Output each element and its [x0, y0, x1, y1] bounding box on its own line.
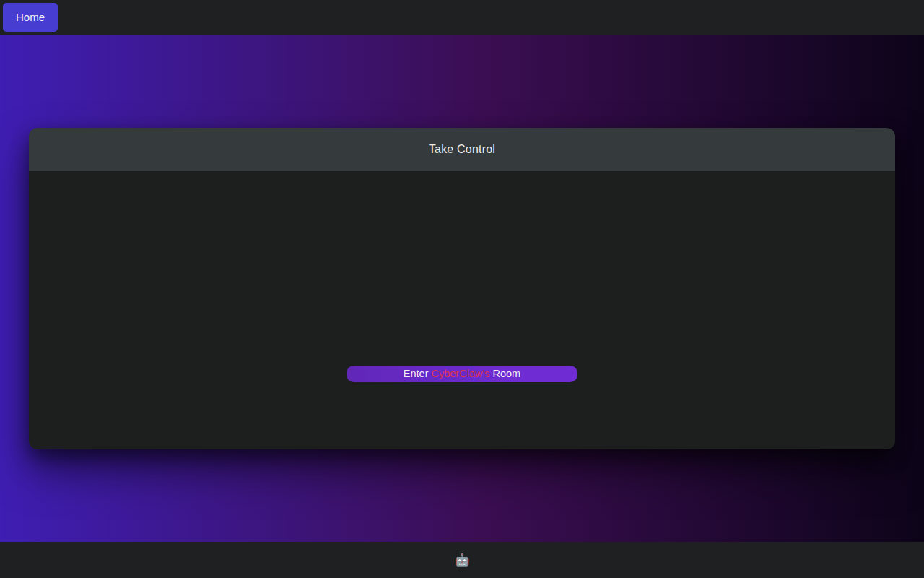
enter-room-text-highlight: CyberClaw's: [432, 368, 490, 379]
enter-room-text-prefix: Enter: [404, 368, 429, 379]
card-title: Take Control: [429, 143, 495, 156]
top-navbar: Home: [0, 0, 924, 35]
enter-room-text-suffix: Room: [492, 368, 520, 379]
robot-icon: 🤖: [454, 554, 469, 566]
home-button[interactable]: Home: [3, 3, 58, 32]
card-body: Enter CyberClaw's Room: [29, 171, 895, 449]
gradient-background: Take Control Enter CyberClaw's Room: [0, 35, 924, 542]
enter-room-button[interactable]: Enter CyberClaw's Room: [346, 366, 578, 382]
take-control-card: Take Control Enter CyberClaw's Room: [29, 128, 895, 449]
card-header: Take Control: [29, 128, 895, 171]
footer-bar: 🤖: [0, 542, 924, 578]
page: Home Take Control Enter CyberClaw's Room…: [0, 0, 924, 578]
